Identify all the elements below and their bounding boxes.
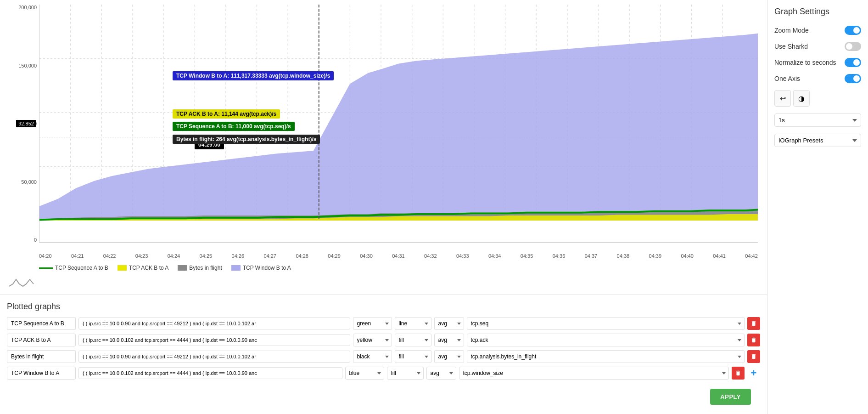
x-label-21: 04:41: [713, 253, 726, 259]
y-label-150k: 150,000: [18, 63, 37, 68]
x-label-13: 04:33: [456, 253, 469, 259]
graph-row-1: green yellow black blue line fill avg su…: [7, 334, 760, 346]
legend-label-bytes: Bytes in flight: [189, 265, 222, 271]
delete-btn-0[interactable]: [747, 317, 760, 330]
legend-label-seq: TCP Sequence A to B: [55, 265, 108, 271]
x-label-22: 04:42: [745, 253, 758, 259]
chart-area: 200,000 150,000 100,000 92,852 50,000 0: [0, 0, 767, 295]
one-axis-label: One Axis: [774, 75, 800, 82]
graph-field-0[interactable]: tcp.seq: [467, 317, 745, 330]
graph-calc-2[interactable]: avg sum min max: [434, 350, 464, 363]
interval-select[interactable]: 1s 10ms 100ms 10s 1min: [774, 113, 861, 127]
settings-action-buttons: ↩ ◑: [774, 90, 861, 107]
x-label-17: 04:37: [585, 253, 598, 259]
graph-row-3: green yellow black blue line fill avg su…: [7, 367, 760, 380]
graph-name-2[interactable]: [7, 350, 76, 363]
graph-calc-3[interactable]: avg sum min max: [426, 367, 456, 380]
add-graph-button[interactable]: +: [747, 367, 760, 380]
settings-panel: Graph Settings Zoom Mode Use Sharkd Norm…: [767, 0, 868, 414]
wave-indicator: [9, 277, 34, 289]
chart-legend: TCP Sequence A to B TCP ACK B to A Bytes…: [5, 261, 762, 275]
graph-name-1[interactable]: [7, 334, 76, 346]
graph-field-2[interactable]: tcp.analysis.bytes_in_flight: [467, 350, 745, 363]
y-label-0: 0: [34, 237, 37, 243]
x-label-10: 04:30: [360, 253, 373, 259]
graph-calc-0[interactable]: avg sum min max: [434, 317, 464, 330]
zoom-mode-toggle[interactable]: [845, 26, 861, 35]
x-axis: 04:20 04:21 04:22 04:23 04:24 04:25 04:2…: [39, 253, 758, 259]
chart-wrapper: 200,000 150,000 100,000 92,852 50,000 0: [5, 5, 762, 261]
chart-plot[interactable]: 04:29:00 TCP Window B to A: 111,317.3333…: [39, 5, 758, 243]
zoom-mode-label: Zoom Mode: [774, 27, 809, 34]
x-label-11: 04:31: [392, 253, 405, 259]
x-label-9: 04:29: [328, 253, 341, 259]
setting-normalize: Normalize to seconds: [774, 58, 861, 67]
x-label-18: 04:38: [617, 253, 630, 259]
normalize-toggle[interactable]: [845, 58, 861, 67]
legend-swatch-bytes: [178, 265, 187, 271]
settings-title: Graph Settings: [774, 7, 861, 17]
x-label-16: 04:36: [553, 253, 566, 259]
graph-name-3[interactable]: [7, 367, 76, 380]
y-axis: 200,000 150,000 100,000 92,852 50,000 0: [5, 5, 39, 243]
use-sharkd-label: Use Sharkd: [774, 43, 808, 50]
graph-style-2[interactable]: line fill: [395, 350, 431, 363]
graph-filter-0[interactable]: [78, 318, 350, 329]
graph-color-1[interactable]: green yellow black blue: [353, 334, 392, 346]
graph-style-3[interactable]: line fill: [387, 367, 424, 380]
one-axis-toggle[interactable]: [845, 74, 861, 83]
graph-style-1[interactable]: line fill: [395, 334, 431, 346]
x-label-3: 04:23: [135, 253, 148, 259]
x-label-2: 04:22: [103, 253, 116, 259]
graph-row-2: green yellow black blue line fill avg su…: [7, 350, 760, 363]
setting-zoom-mode: Zoom Mode: [774, 26, 861, 35]
normalize-label: Normalize to seconds: [774, 59, 836, 66]
graph-name-0[interactable]: [7, 317, 76, 330]
graph-field-1[interactable]: tcp.ack: [467, 334, 745, 346]
legend-bytes: Bytes in flight: [178, 265, 222, 271]
graph-filter-1[interactable]: [78, 334, 350, 346]
x-label-14: 04:34: [488, 253, 501, 259]
section-title: Plotted graphs: [7, 302, 760, 312]
setting-one-axis: One Axis: [774, 74, 861, 83]
x-label-8: 04:28: [296, 253, 308, 259]
y-label-200k: 200,000: [18, 5, 37, 10]
legend-line-seq: [39, 267, 53, 269]
apply-button[interactable]: APPLY: [710, 389, 751, 405]
delete-btn-2[interactable]: [747, 350, 760, 363]
graph-field-3[interactable]: tcp.window_size: [459, 367, 729, 380]
legend-label-window: TCP Window B to A: [243, 265, 291, 271]
x-label-5: 04:25: [200, 253, 213, 259]
graph-color-0[interactable]: green yellow black blue: [353, 317, 392, 330]
graph-row-0: green yellow black blue line fill avg su…: [7, 317, 760, 330]
x-label-0: 04:20: [39, 253, 52, 259]
legend-tcp-window: TCP Window B to A: [231, 265, 291, 271]
legend-label-ack: TCP ACK B to A: [129, 265, 168, 271]
plotted-graphs-section: Plotted graphs green yellow black blue l…: [0, 295, 767, 414]
x-label-19: 04:39: [649, 253, 662, 259]
x-label-15: 04:35: [521, 253, 533, 259]
x-label-4: 04:24: [168, 253, 180, 259]
legend-tcp-seq: TCP Sequence A to B: [39, 265, 108, 271]
use-sharkd-toggle[interactable]: [845, 42, 861, 51]
iograph-presets-select[interactable]: IOGraph Presets: [774, 134, 861, 147]
setting-use-sharkd: Use Sharkd: [774, 42, 861, 51]
graph-filter-2[interactable]: [78, 351, 350, 363]
delete-btn-3[interactable]: [732, 367, 745, 380]
graph-filter-3[interactable]: [78, 367, 342, 379]
x-label-1: 04:21: [71, 253, 84, 259]
svg-marker-26: [39, 34, 758, 221]
graph-color-3[interactable]: green yellow black blue: [345, 367, 384, 380]
legend-tcp-ack: TCP ACK B to A: [118, 265, 168, 271]
delete-btn-1[interactable]: [747, 334, 760, 346]
undo-button[interactable]: ↩: [774, 90, 791, 107]
y-hover-value: 92,852: [16, 120, 36, 127]
legend-swatch-window: [231, 265, 241, 271]
contrast-button[interactable]: ◑: [793, 90, 810, 107]
x-label-6: 04:26: [232, 253, 245, 259]
x-label-12: 04:32: [424, 253, 437, 259]
graph-calc-1[interactable]: avg sum min max: [434, 334, 464, 346]
graph-style-0[interactable]: line fill: [395, 317, 431, 330]
x-label-7: 04:27: [263, 253, 276, 259]
graph-color-2[interactable]: green yellow black blue: [353, 350, 392, 363]
